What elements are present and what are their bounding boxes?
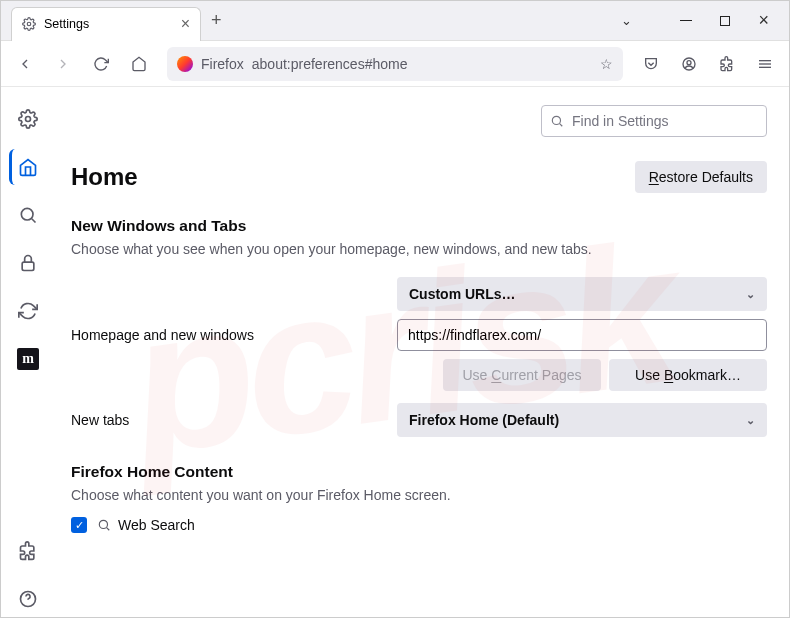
url-brand: Firefox [201, 56, 244, 72]
pocket-icon[interactable] [635, 48, 667, 80]
svg-point-0 [27, 22, 31, 26]
svg-point-14 [99, 520, 107, 528]
title-bar: Settings × + ⌄ × [1, 1, 789, 41]
settings-sidebar: m [1, 87, 55, 617]
page-title: Home [71, 163, 138, 191]
bookmark-star-icon[interactable]: ☆ [600, 56, 613, 72]
forward-button[interactable] [47, 48, 79, 80]
homepage-url-input[interactable] [397, 319, 767, 351]
restore-defaults-button[interactable]: Restore Defaults [635, 161, 767, 193]
sidebar-sync[interactable] [10, 293, 46, 329]
chevron-down-icon: ⌄ [746, 414, 755, 427]
find-in-settings-input[interactable]: Find in Settings [541, 105, 767, 137]
svg-point-2 [687, 60, 691, 64]
sidebar-more[interactable]: m [10, 341, 46, 377]
close-window-button[interactable]: × [758, 10, 769, 31]
svg-rect-9 [22, 262, 34, 270]
sidebar-general[interactable] [10, 101, 46, 137]
svg-point-7 [21, 208, 33, 220]
menu-button[interactable] [749, 48, 781, 80]
maximize-button[interactable] [720, 16, 730, 26]
homepage-mode-select[interactable]: Custom URLs… ⌄ [397, 277, 767, 311]
window-controls: ⌄ × [621, 10, 789, 31]
back-button[interactable] [9, 48, 41, 80]
search-icon [97, 518, 111, 532]
search-icon [550, 114, 564, 128]
gear-icon [22, 17, 36, 31]
svg-point-6 [26, 117, 31, 122]
tab-title: Settings [44, 17, 89, 31]
restore-label-rest: estore Defaults [659, 169, 753, 185]
sidebar-search[interactable] [10, 197, 46, 233]
chevron-down-icon: ⌄ [746, 288, 755, 301]
home-button[interactable] [123, 48, 155, 80]
svg-point-12 [552, 116, 560, 124]
homepage-label: Homepage and new windows [71, 327, 397, 343]
new-tab-button[interactable]: + [211, 10, 222, 31]
settings-main: Find in Settings Home Restore Defaults N… [55, 87, 789, 617]
svg-line-15 [107, 528, 110, 531]
section-desc-home-content: Choose what content you want on your Fir… [71, 487, 767, 503]
url-bar[interactable]: Firefox about:preferences#home ☆ [167, 47, 623, 81]
sidebar-home[interactable] [9, 149, 45, 185]
newtabs-select[interactable]: Firefox Home (Default) ⌄ [397, 403, 767, 437]
firefox-icon [177, 56, 193, 72]
section-heading-home-content: Firefox Home Content [71, 463, 767, 481]
homepage-mode-value: Custom URLs… [409, 286, 516, 302]
sidebar-help[interactable] [10, 581, 46, 617]
section-heading-new-windows: New Windows and Tabs [71, 217, 767, 235]
svg-line-13 [560, 124, 563, 127]
section-desc-new-windows: Choose what you see when you open your h… [71, 241, 767, 257]
websearch-label: Web Search [118, 517, 195, 533]
sidebar-extensions[interactable] [10, 533, 46, 569]
extensions-icon[interactable] [711, 48, 743, 80]
use-current-pages-button[interactable]: Use Current Pages [443, 359, 601, 391]
newtabs-label: New tabs [71, 412, 397, 428]
svg-line-8 [32, 219, 36, 223]
find-placeholder: Find in Settings [572, 113, 669, 129]
matrix-icon: m [17, 348, 39, 370]
chevron-down-icon[interactable]: ⌄ [621, 13, 632, 28]
newtabs-value: Firefox Home (Default) [409, 412, 559, 428]
browser-toolbar: Firefox about:preferences#home ☆ [1, 41, 789, 87]
websearch-checkbox[interactable]: ✓ [71, 517, 87, 533]
sidebar-privacy[interactable] [10, 245, 46, 281]
tab-close-icon[interactable]: × [181, 16, 190, 32]
use-bookmark-button[interactable]: Use Bookmark… [609, 359, 767, 391]
reload-button[interactable] [85, 48, 117, 80]
browser-tab-settings[interactable]: Settings × [11, 7, 201, 41]
account-icon[interactable] [673, 48, 705, 80]
url-path: about:preferences#home [252, 56, 408, 72]
minimize-button[interactable] [680, 20, 692, 21]
